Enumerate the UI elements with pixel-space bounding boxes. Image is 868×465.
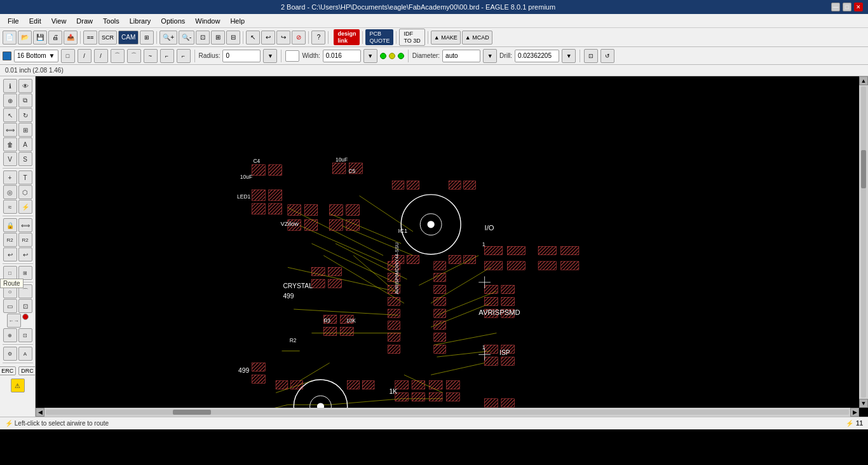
lock-button[interactable]: 🔒 [3,218,17,232]
pad-button[interactable]: □ [3,266,17,280]
move-button[interactable]: ⊕ [3,94,17,108]
menu-options[interactable]: Options [156,16,190,26]
menu-edit[interactable]: Edit [24,16,46,26]
diameter-dropdown[interactable]: ▼ [483,49,497,63]
menu-draw[interactable]: Draw [71,16,98,26]
vertical-scrollbar[interactable]: ▲ ▼ [859,76,868,408]
width-dropdown[interactable]: ▼ [363,49,377,63]
erc-badge[interactable]: ERC [0,366,16,375]
line-style-5[interactable]: ⌒ [127,49,141,63]
maximize-button[interactable]: □ [843,3,851,11]
menu-window[interactable]: Window [190,16,225,26]
zoom-area-button[interactable]: ⊟ [226,31,240,45]
print-button[interactable]: 🖨 [48,31,62,45]
menu-library[interactable]: Library [125,16,156,26]
pcb-canvas[interactable]: C4 10uF C5 LED1 10uF VZilow IC1 I/O CRYS… [36,76,868,417]
via-button[interactable]: ◎ [3,185,17,199]
line-style-6[interactable]: ~ [144,49,158,63]
brd-button[interactable]: ⊞ [140,31,154,45]
drill-input[interactable] [515,50,559,62]
undo-button[interactable]: ↩ [261,31,275,45]
ratsnest-button[interactable]: ≈ [3,200,17,214]
cam-button[interactable]: CAM [118,31,139,45]
line-style-7[interactable]: ⌐ [160,49,174,63]
autorouter-button[interactable]: ⚡ [18,200,32,214]
minimize-button[interactable]: — [831,3,840,11]
wire-button[interactable]: ⊡ [18,299,32,313]
svg-rect-74 [501,357,515,365]
line-style-3[interactable]: / [94,49,108,63]
layer-dropdown[interactable]: 16 Bottom ▼ [14,50,58,62]
refresh-button[interactable]: ↺ [600,49,614,63]
save-button[interactable]: 💾 [33,31,47,45]
select-button[interactable]: ↖ [3,108,17,122]
add-button[interactable]: + [3,170,17,184]
layers-button[interactable]: ≡≡ [83,31,97,45]
mirror-button[interactable]: ⟺ [3,123,17,137]
export-button[interactable]: 📤 [64,31,78,45]
text2-button[interactable]: ⊡ [18,328,32,342]
dot-button[interactable] [22,314,29,320]
zoom-in-button[interactable]: 🔍+ [159,31,177,45]
stop-button[interactable]: ⊘ [292,31,306,45]
menu-file[interactable]: File [3,16,24,26]
drc-icon[interactable]: ⊡ [584,49,598,63]
drill-dropdown[interactable]: ▼ [562,49,576,63]
group-button[interactable]: ⊞ [18,123,32,137]
ripup-button[interactable]: ↩ [3,247,17,261]
horizontal-scrollbar[interactable]: ◀ ▶ [36,408,859,417]
radius-dropdown[interactable]: ▼ [263,49,277,63]
svg-rect-76 [501,399,515,407]
svg-text:10uF: 10uF [336,156,348,163]
line-style-4[interactable]: ⌒ [111,49,125,63]
open-button[interactable]: 📂 [18,31,32,45]
design-link-button[interactable]: designlink [334,29,360,46]
look-button[interactable]: 👁 [18,79,32,93]
measure-button[interactable]: ⟺ [18,218,32,232]
drc-button[interactable]: SCR [98,31,117,45]
separator1 [80,31,81,44]
ripup2-button[interactable]: ↩ [18,247,32,261]
radius-input[interactable] [222,50,261,62]
smd-button[interactable]: ⊞ [18,266,32,280]
help-btn[interactable]: ? [311,31,325,45]
width-icon[interactable] [285,50,299,62]
diameter-input[interactable] [442,50,480,62]
zoom-fit-button[interactable]: ⊡ [196,31,210,45]
width-input[interactable] [323,50,361,62]
info-button[interactable]: ℹ [3,79,17,93]
drc-badge[interactable]: DRC [18,366,36,375]
text-button[interactable]: T [18,170,32,184]
menu-help[interactable]: Help [225,16,250,26]
line-style-2[interactable]: / [78,49,92,63]
redo-button[interactable]: ↪ [276,31,290,45]
pcb-quote-button[interactable]: PCBQUOTE [365,29,393,46]
r2b-button[interactable]: R2 [18,233,32,247]
settings-button[interactable]: ⚙ [3,347,17,361]
value-button[interactable]: V [3,152,17,166]
idf-to-3d-button[interactable]: IDFTO 3D [399,29,424,46]
zoom-select-button[interactable]: ⊞ [211,31,225,45]
layer-icon[interactable] [3,52,11,60]
line-style-8[interactable]: ⌐ [177,49,191,63]
smash-button[interactable]: S [18,152,32,166]
rotate-button[interactable]: ↻ [18,108,32,122]
text3-button[interactable]: A [18,347,32,361]
make-button[interactable]: ▲ MAKE [431,31,461,45]
dimension-button[interactable]: ←→ [7,314,21,328]
r2-button[interactable]: R2 [3,233,17,247]
delete-button[interactable]: 🗑 [3,137,17,151]
close-button[interactable]: ✕ [854,3,863,11]
polygon-button[interactable]: ⬡ [18,185,32,199]
menu-view[interactable]: View [46,16,72,26]
origin-button[interactable]: ⊕ [3,328,17,342]
copy-button[interactable]: ⧉ [18,94,32,108]
new-button[interactable]: 📄 [3,31,17,45]
mcad-button[interactable]: ▲ MCAD [462,31,492,45]
rect-button[interactable]: ▭ [3,299,17,313]
name-button[interactable]: A [18,137,32,151]
zoom-out-button[interactable]: 🔍- [179,31,194,45]
line-style-1[interactable]: □ [61,49,75,63]
menu-tools[interactable]: Tools [98,16,125,26]
route-button[interactable]: ↖ [246,31,260,45]
